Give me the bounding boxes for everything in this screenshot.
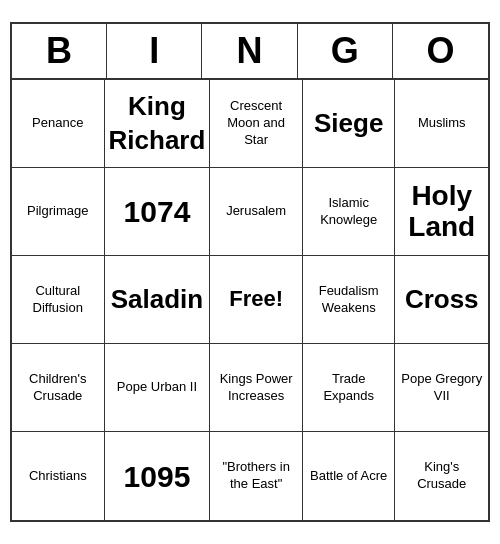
cell-text: Kings Power Increases (214, 371, 298, 405)
cell-text: Crescent Moon and Star (214, 98, 298, 149)
bingo-cell: Children's Crusade (12, 344, 105, 432)
cell-text: King's Crusade (399, 459, 484, 493)
bingo-cell: 1074 (105, 168, 211, 256)
bingo-cell: Pope Gregory VII (395, 344, 488, 432)
bingo-cell: Holy Land (395, 168, 488, 256)
bingo-header: BINGO (12, 24, 488, 80)
cell-text: Battle of Acre (310, 468, 387, 485)
bingo-cell: Islamic Knowlege (303, 168, 396, 256)
cell-text: Pope Gregory VII (399, 371, 484, 405)
cell-text: Christians (29, 468, 87, 485)
cell-text: King Richard (109, 90, 206, 158)
cell-text: Pope Urban II (117, 379, 197, 396)
bingo-cell: Kings Power Increases (210, 344, 303, 432)
cell-text: Islamic Knowlege (307, 195, 391, 229)
cell-text: 1095 (124, 457, 191, 496)
header-letter: O (393, 24, 488, 78)
bingo-cell: Trade Expands (303, 344, 396, 432)
cell-text: Holy Land (399, 181, 484, 243)
cell-text: Jerusalem (226, 203, 286, 220)
cell-text: 1074 (124, 192, 191, 231)
bingo-cell: Cultural Diffusion (12, 256, 105, 344)
bingo-card: BINGO PenanceKing RichardCrescent Moon a… (10, 22, 490, 522)
bingo-cell: Feudalism Weakens (303, 256, 396, 344)
cell-text: Siege (314, 107, 383, 141)
cell-text: Penance (32, 115, 83, 132)
bingo-cell: Pope Urban II (105, 344, 211, 432)
cell-text: Muslims (418, 115, 466, 132)
bingo-cell: King's Crusade (395, 432, 488, 520)
header-letter: G (298, 24, 393, 78)
bingo-cell: Pilgrimage (12, 168, 105, 256)
bingo-cell: 1095 (105, 432, 211, 520)
header-letter: B (12, 24, 107, 78)
bingo-cell: Crescent Moon and Star (210, 80, 303, 168)
bingo-cell: Muslims (395, 80, 488, 168)
header-letter: I (107, 24, 202, 78)
cell-text: Cultural Diffusion (16, 283, 100, 317)
bingo-cell: Battle of Acre (303, 432, 396, 520)
bingo-cell: King Richard (105, 80, 211, 168)
cell-text: Feudalism Weakens (307, 283, 391, 317)
bingo-grid: PenanceKing RichardCrescent Moon and Sta… (12, 80, 488, 520)
header-letter: N (202, 24, 297, 78)
cell-text: Cross (405, 283, 479, 317)
bingo-cell: Christians (12, 432, 105, 520)
bingo-cell: Saladin (105, 256, 211, 344)
cell-text: "Brothers in the East" (214, 459, 298, 493)
cell-text: Children's Crusade (16, 371, 100, 405)
bingo-cell: Cross (395, 256, 488, 344)
bingo-cell: Siege (303, 80, 396, 168)
cell-text: Free! (229, 285, 283, 314)
cell-text: Saladin (111, 283, 203, 317)
cell-text: Trade Expands (307, 371, 391, 405)
bingo-cell: Penance (12, 80, 105, 168)
bingo-cell: "Brothers in the East" (210, 432, 303, 520)
cell-text: Pilgrimage (27, 203, 88, 220)
bingo-cell: Free! (210, 256, 303, 344)
bingo-cell: Jerusalem (210, 168, 303, 256)
